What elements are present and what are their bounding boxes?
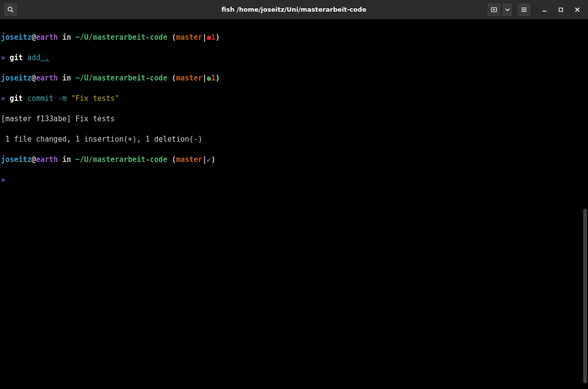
prompt-line-2: joseitz@earth in ~/U/masterarbeit-code (… <box>1 73 587 83</box>
cmd-add-arg: . <box>40 53 49 62</box>
prompt-caret: » <box>1 53 10 62</box>
close-icon <box>575 7 580 12</box>
prompt-caret: » <box>1 94 10 103</box>
prompt-paren-open: ( <box>167 33 176 42</box>
chevron-down-icon <box>505 7 510 12</box>
prompt-paren-open: ( <box>167 74 176 82</box>
prompt-paren-open: ( <box>167 155 176 164</box>
close-button[interactable] <box>570 2 585 17</box>
titlebar-right <box>486 2 586 17</box>
prompt-branch: master <box>176 74 202 82</box>
command-line-3: » <box>1 175 587 185</box>
command-line-2: » git commit -m "Fix tests" <box>1 94 587 104</box>
prompt-at: @ <box>32 33 36 42</box>
prompt-path: ~/U/masterarbeit-code <box>76 155 168 164</box>
svg-rect-9 <box>559 8 563 11</box>
prompt-user: joseitz <box>1 155 32 164</box>
search-icon <box>7 6 14 13</box>
hamburger-icon <box>521 6 527 13</box>
terminal-content[interactable]: joseitz@earth in ~/U/masterarbeit-code (… <box>0 19 588 198</box>
prompt-paren-close: ) <box>216 33 220 42</box>
output-line-2: 1 file changed, 1 insertion(+), 1 deleti… <box>1 134 587 145</box>
maximize-icon <box>558 7 563 12</box>
new-tab-group <box>486 2 514 17</box>
scrollbar-thumb[interactable] <box>583 209 587 383</box>
prompt-paren-close: ) <box>216 74 220 82</box>
cmd-add: add <box>23 53 40 62</box>
prompt-host: earth <box>36 155 58 164</box>
cmd-git: git <box>10 94 23 103</box>
prompt-line-3: joseitz@earth in ~/U/masterarbeit-code (… <box>1 155 587 165</box>
menu-button[interactable] <box>517 2 531 17</box>
svg-line-1 <box>12 10 14 12</box>
git-dirty-count: 1 <box>211 33 216 42</box>
new-tab-icon <box>491 6 497 13</box>
cmd-git: git <box>10 53 23 62</box>
minimize-icon <box>542 7 547 12</box>
prompt-at: @ <box>32 74 36 82</box>
prompt-line-1: joseitz@earth in ~/U/masterarbeit-code (… <box>1 32 587 43</box>
prompt-in: in <box>58 74 75 82</box>
cmd-commit-msg: "Fix tests" <box>66 94 119 103</box>
titlebar: fish /home/joseitz/Uni/masterarbeit-code <box>0 0 588 19</box>
prompt-in: in <box>58 33 75 42</box>
prompt-branch: master <box>176 155 202 164</box>
prompt-host: earth <box>36 33 58 42</box>
git-dirty-dot-icon: ● <box>207 33 211 42</box>
new-tab-button[interactable] <box>487 2 501 17</box>
prompt-user: joseitz <box>1 74 32 82</box>
command-line-1: » git add . <box>1 53 587 63</box>
cmd-commit: commit -m <box>23 94 66 103</box>
prompt-host: earth <box>36 74 58 82</box>
prompt-path: ~/U/masterarbeit-code <box>76 74 168 82</box>
output-line-1: [master f133abe] Fix tests <box>1 114 587 124</box>
search-button[interactable] <box>3 2 18 17</box>
prompt-in: in <box>58 155 75 164</box>
prompt-paren-close: ) <box>211 155 216 164</box>
git-clean-check-icon: ✔ <box>207 155 211 164</box>
prompt-path: ~/U/masterarbeit-code <box>76 33 168 42</box>
window-title: fish /home/joseitz/Uni/masterarbeit-code <box>222 6 366 13</box>
minimize-button[interactable] <box>537 2 552 17</box>
prompt-caret: » <box>1 176 10 184</box>
prompt-user: joseitz <box>1 33 32 42</box>
svg-point-0 <box>8 7 12 11</box>
new-tab-dropdown[interactable] <box>502 2 513 17</box>
maximize-button[interactable] <box>554 2 568 17</box>
prompt-at: @ <box>32 155 36 164</box>
prompt-branch: master <box>176 33 202 42</box>
git-staged-dot-icon: ● <box>207 74 211 82</box>
git-staged-count: 1 <box>211 74 216 82</box>
